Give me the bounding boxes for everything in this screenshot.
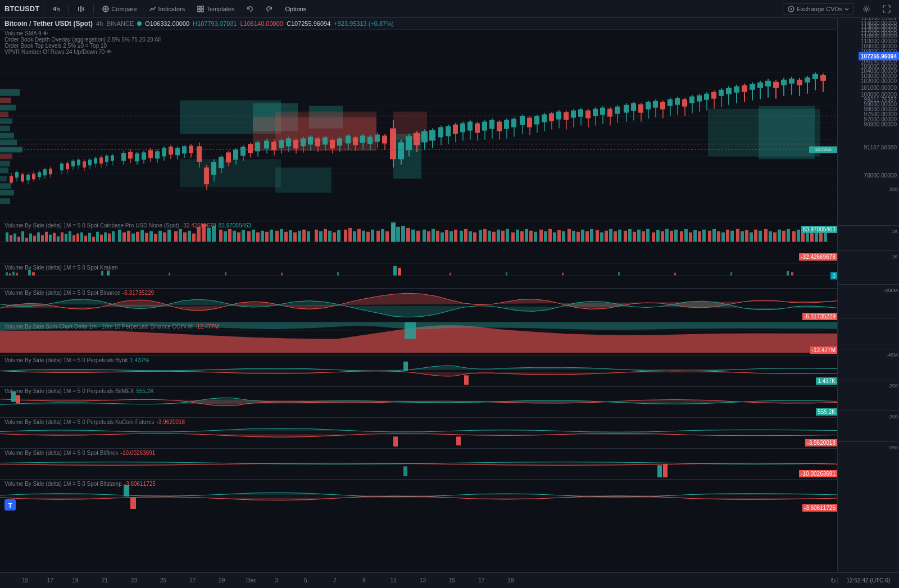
svg-rect-343 [275,231,279,242]
svg-rect-319 [158,231,162,242]
svg-rect-398 [539,230,543,242]
time-11: 11 [391,577,397,584]
svg-rect-465 [12,272,15,276]
svg-rect-350 [307,231,310,242]
svg-rect-426 [670,231,673,242]
svg-rect-102 [169,147,173,154]
svg-rect-250 [719,90,724,96]
svg-rect-294 [53,233,56,242]
timeframe-button[interactable]: 4h [49,4,63,14]
svg-rect-442 [745,230,748,242]
settings-button[interactable] [859,3,874,15]
time-29: 29 [219,577,225,584]
symbol-label[interactable]: BTCUSDT [4,4,39,13]
vb-sma-eye-icon[interactable]: 👁 [43,30,48,37]
svg-rect-410 [596,230,599,242]
undo-button[interactable] [243,4,257,14]
svg-rect-68 [60,163,63,170]
svg-rect-359 [353,231,356,242]
svg-rect-354 [328,231,332,242]
svg-rect-254 [734,86,739,93]
svg-rect-468 [32,272,35,276]
svg-rect-76 [83,161,86,167]
svg-rect-474 [791,272,793,276]
time-27: 27 [189,577,196,584]
settings-icon [862,5,870,13]
exchange-cvd-button[interactable]: Exchange CVDs [783,3,854,15]
svg-rect-188 [489,120,494,129]
binance-perps-label-row: Volume By Side Sum Chart Delta 1m - 10m … [4,323,219,330]
svg-rect-370 [406,228,410,242]
svg-rect-331 [219,230,223,242]
ob-overlay-label: Order Book Depth Overlay (aggregation) 2… [4,37,833,43]
svg-rect-288 [29,234,32,242]
svg-rect-180 [460,124,465,133]
fullscreen-button[interactable] [879,3,895,15]
svg-rect-368 [396,227,400,242]
svg-rect-390 [501,231,505,242]
templates-button[interactable]: Templates [193,4,238,14]
svg-rect-475 [169,273,170,276]
svg-rect-364 [376,231,380,242]
svg-rect-327 [197,227,201,242]
svg-rect-451 [787,229,790,242]
svg-rect-162 [390,129,396,159]
indicators-button[interactable]: Indicators [146,4,189,14]
svg-rect-324 [183,233,187,242]
svg-rect-23 [180,159,281,187]
svg-rect-391 [506,229,509,242]
svg-rect-234 [660,102,665,110]
svg-rect-174 [438,127,443,138]
time-axis: 15 17 19 21 23 25 27 29 Dec 3 5 7 9 11 1… [0,572,899,588]
svg-rect-238 [675,98,680,105]
svg-rect-388 [492,232,496,242]
svg-rect-482 [618,272,620,276]
svg-rect-441 [741,231,744,242]
price-axis-subpanels: 200 1K 1K -400M -40M -200 -200 - [838,184,899,572]
bar-type-button[interactable] [73,3,89,15]
svg-rect-9 [201,10,203,12]
templates-icon [197,6,204,12]
options-button[interactable]: Options [281,4,310,14]
refresh-button[interactable]: ↻ [830,577,836,585]
main-price-panel[interactable]: 107255 [0,56,837,221]
toolbar-right: Exchange CVDs [783,3,895,15]
svg-rect-44 [0,167,8,173]
low-price: L106140.00000 [240,20,283,27]
svg-rect-47 [0,190,14,195]
coinbase-label-row: Volume By Side (delta) 1M = 5 0 Spot Coi… [4,222,251,229]
svg-rect-372 [416,231,420,242]
svg-rect-433 [702,230,706,242]
svg-rect-58 [26,175,30,180]
svg-rect-369 [401,226,405,242]
svg-rect-362 [366,232,370,242]
compare-button[interactable]: Compare [98,4,140,14]
bitmex-label-row: Volume By Side (delta) 1M = 5 0 Perpetua… [4,388,154,394]
redo-button[interactable] [262,4,276,14]
svg-rect-308 [108,234,111,242]
svg-rect-335 [237,233,240,242]
compare-icon [102,6,109,12]
svg-rect-240 [682,99,687,107]
tv-logo-icon: T [4,499,16,510]
svg-rect-470 [107,271,110,276]
svg-rect-314 [136,232,139,242]
svg-rect-400 [548,229,552,242]
svg-rect-461 [0,263,837,288]
svg-rect-152 [353,138,358,145]
timeframe-label: 4h [96,20,103,27]
svg-rect-45 [0,176,7,181]
svg-rect-168 [414,133,420,145]
svg-rect-329 [207,228,211,242]
tradingview-logo: T [4,499,16,512]
price-102000: 102000.00000 [861,78,897,84]
svg-rect-481 [562,273,564,276]
svg-rect-392 [511,233,515,242]
svg-rect-70 [66,163,69,169]
svg-rect-399 [544,231,547,242]
vpvr-eye-icon[interactable]: 👁 [106,49,112,55]
svg-rect-2 [83,7,84,11]
svg-rect-346 [289,230,292,242]
kraken-panel: Volume By Side (delta) 1M = 5 0 Spot Kra… [0,263,837,289]
svg-rect-206 [556,112,561,120]
